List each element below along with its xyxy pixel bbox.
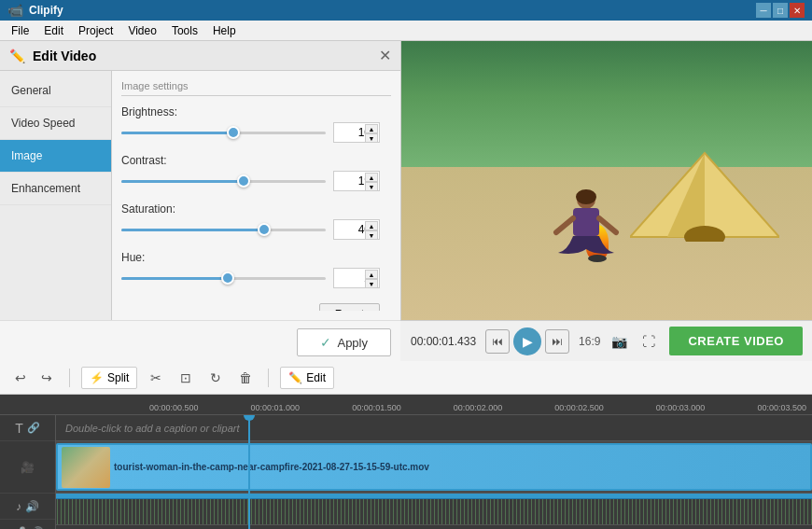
- brightness-control: 10 ▲ ▼: [121, 122, 380, 143]
- svg-rect-5: [573, 208, 599, 236]
- video-cam-icon[interactable]: 🎥: [21, 461, 35, 474]
- settings-group-label: Image settings: [121, 80, 391, 96]
- edit-button[interactable]: ✏️ Edit: [280, 367, 334, 389]
- brightness-down[interactable]: ▼: [365, 133, 378, 143]
- hue-row: Hue: 2 ▲: [121, 251, 380, 288]
- nav-enhancement[interactable]: Enhancement: [0, 173, 111, 205]
- tent-svg: [630, 148, 779, 242]
- tracks-area: Double-click to add a caption or clipart…: [56, 415, 812, 529]
- text-icon[interactable]: T: [15, 421, 23, 436]
- separator-1: [69, 369, 70, 387]
- crop-button[interactable]: ⊡: [175, 367, 197, 389]
- hue-thumb[interactable]: [221, 271, 234, 285]
- left-nav: General Video Speed Image Enhancement: [0, 71, 112, 320]
- contrast-input[interactable]: 19 ▲ ▼: [333, 171, 380, 191]
- split-label: Split: [107, 371, 129, 384]
- playback-right: 00:00:01.433 ⏮ ▶ ⏭ 16:9 📷 ⛶ CREATE VIDEO: [401, 327, 812, 355]
- timeline-tracks: T 🔗 🎥 ♪ 🔊 🎤 🔊: [0, 415, 812, 529]
- audio-volume-icon[interactable]: 🔊: [25, 500, 39, 513]
- menu-video[interactable]: Video: [120, 22, 163, 39]
- contrast-down[interactable]: ▼: [365, 182, 378, 191]
- next-button[interactable]: ⏭: [545, 329, 569, 354]
- saturation-up[interactable]: ▲: [365, 221, 378, 230]
- menu-bar: File Edit Project Video Tools Help: [0, 21, 812, 41]
- contrast-label: Contrast:: [121, 154, 380, 167]
- menu-edit[interactable]: Edit: [36, 22, 71, 39]
- redo-button[interactable]: ↪: [35, 367, 58, 389]
- title-bar-controls[interactable]: ─ □ ✕: [756, 3, 805, 18]
- ruler-mark-0: 00:00:00.500: [149, 403, 199, 412]
- saturation-input[interactable]: 40 ▲ ▼: [333, 219, 380, 240]
- app-logo-icon: 📹: [7, 3, 23, 18]
- saturation-spin[interactable]: ▲ ▼: [365, 221, 378, 240]
- brightness-row: Brightness: 10 ▲: [121, 105, 380, 143]
- maximize-button[interactable]: □: [773, 3, 788, 18]
- nav-general[interactable]: General: [0, 75, 111, 107]
- contrast-slider[interactable]: [121, 172, 326, 190]
- reset-button[interactable]: Reset: [319, 303, 380, 311]
- prev-button[interactable]: ⏮: [485, 329, 510, 354]
- contrast-spin[interactable]: ▲ ▼: [365, 173, 378, 191]
- camera-icon-button[interactable]: 📷: [608, 330, 630, 353]
- split-icon: ⚡: [90, 371, 104, 384]
- audio-waveform: [56, 499, 812, 524]
- fullscreen-button[interactable]: ⛶: [637, 330, 660, 353]
- saturation-slider[interactable]: [121, 220, 326, 239]
- apply-button[interactable]: ✓ Apply: [297, 328, 391, 356]
- caption-track[interactable]: Double-click to add a caption or clipart: [56, 415, 812, 441]
- brightness-slider[interactable]: [121, 123, 326, 142]
- hue-down[interactable]: ▼: [365, 279, 378, 288]
- brightness-thumb[interactable]: [227, 126, 240, 139]
- voice-track[interactable]: Double-click to add a voice recording: [56, 525, 812, 529]
- brightness-up[interactable]: ▲: [365, 124, 378, 133]
- edit-panel: ✏️ Edit Video ✕ General Video Speed Imag…: [0, 41, 401, 320]
- title-bar-left: 📹 Clipify: [7, 3, 63, 18]
- audio-track[interactable]: [56, 499, 812, 525]
- contrast-thumb[interactable]: [237, 174, 250, 188]
- brightness-spin[interactable]: ▲ ▼: [365, 124, 378, 143]
- link-icon[interactable]: 🔗: [27, 422, 40, 434]
- settings-scroll-area[interactable]: Brightness: 10 ▲: [121, 105, 391, 311]
- menu-project[interactable]: Project: [71, 22, 120, 39]
- music-note-icon[interactable]: ♪: [16, 500, 21, 513]
- main-area: ✏️ Edit Video ✕ General Video Speed Imag…: [0, 41, 812, 320]
- hue-input[interactable]: 2 ▲ ▼: [333, 268, 380, 288]
- minimize-button[interactable]: ─: [756, 3, 771, 18]
- close-button[interactable]: ✕: [790, 3, 805, 18]
- saturation-down[interactable]: ▼: [365, 230, 378, 240]
- mic-icon[interactable]: 🎤: [12, 526, 26, 530]
- undo-button[interactable]: ↩: [9, 367, 32, 389]
- hue-slider[interactable]: [121, 269, 326, 287]
- nav-video-speed[interactable]: Video Speed: [0, 107, 111, 140]
- ruler-mark-3: 00:00:02.000: [454, 403, 503, 412]
- create-video-button[interactable]: CREATE VIDEO: [669, 327, 803, 355]
- menu-tools[interactable]: Tools: [164, 22, 205, 39]
- video-track[interactable]: tourist-woman-in-the-camp-near-campfire-…: [56, 441, 812, 494]
- nav-image[interactable]: Image: [0, 140, 111, 173]
- saturation-fill: [121, 229, 264, 231]
- saturation-track: [121, 229, 326, 231]
- edit-panel-close-button[interactable]: ✕: [379, 47, 391, 64]
- brightness-input[interactable]: 10 ▲ ▼: [333, 122, 380, 143]
- menu-help[interactable]: Help: [205, 22, 244, 39]
- hue-spin[interactable]: ▲ ▼: [365, 270, 378, 288]
- split-button[interactable]: ⚡ Split: [81, 367, 137, 389]
- svg-line-6: [556, 218, 573, 232]
- track-controls: T 🔗 🎥 ♪ 🔊 🎤 🔊: [0, 415, 56, 529]
- saturation-control: 40 ▲ ▼: [121, 219, 380, 240]
- cut-button[interactable]: ✂: [145, 367, 167, 389]
- contrast-up[interactable]: ▲: [365, 173, 378, 182]
- ruler-mark-5: 00:00:03.000: [656, 403, 706, 412]
- voice-volume-icon[interactable]: 🔊: [30, 526, 44, 530]
- edit-icon: ✏️: [9, 49, 25, 63]
- menu-file[interactable]: File: [4, 22, 36, 39]
- audio-track-ctrl: ♪ 🔊: [0, 494, 55, 520]
- video-clip[interactable]: tourist-woman-in-the-camp-near-campfire-…: [56, 443, 812, 491]
- hue-up[interactable]: ▲: [365, 270, 378, 279]
- contrast-row: Contrast: 19 ▲: [121, 154, 380, 191]
- delete-button[interactable]: 🗑: [234, 367, 257, 389]
- contrast-fill: [121, 180, 244, 183]
- play-button[interactable]: ▶: [513, 327, 541, 355]
- rotate-button[interactable]: ↻: [204, 367, 227, 389]
- saturation-thumb[interactable]: [258, 223, 271, 236]
